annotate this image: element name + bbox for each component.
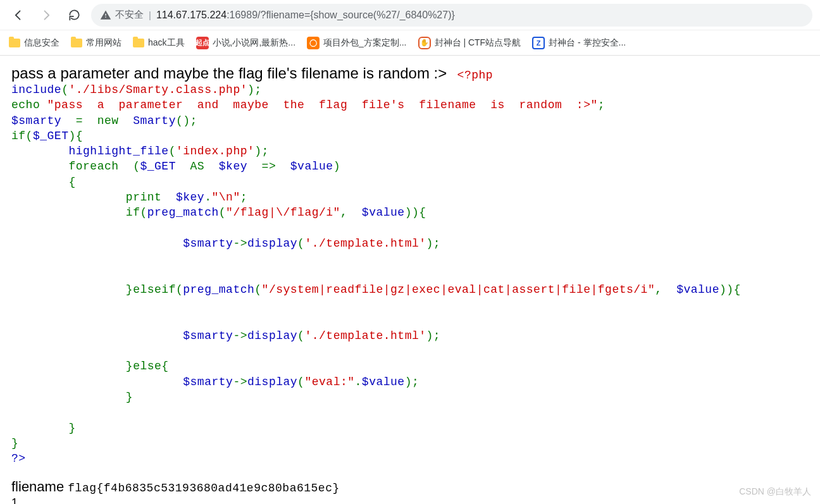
php-open-tag: <?php [450,69,493,82]
code-block: include('./libs/Smarty.class.php'); echo… [11,82,809,466]
page-headline: pass a parameter and maybe the flag file… [11,65,447,82]
bookmark-item[interactable]: hack工具 [133,37,185,49]
warning-icon [100,9,111,21]
folder-icon [9,39,20,47]
bookmark-item[interactable]: 起点小说,小说网,最新热... [196,37,295,49]
bookmarks-bar: 信息安全 常用网站 hack工具 起点小说,小说网,最新热... ◯项目外包_方… [0,30,820,56]
site-icon: Z [532,37,545,49]
insecure-badge: 不安全 [100,9,144,21]
trailing-one: 1 [11,496,809,504]
browser-toolbar: 不安全 | 114.67.175.224:16989/?fliename={sh… [0,0,820,30]
url-text: 114.67.175.224:16989/?fliename={show_sou… [156,9,455,21]
bookmark-item[interactable]: ◯项目外包_方案定制... [307,37,406,49]
bookmark-item[interactable]: 常用网站 [71,37,121,49]
flag-value: flag{f4b6835c53193680ad41e9c80ba615ec} [68,482,339,495]
fliename-label: fliename [11,479,64,495]
folder-icon [133,39,144,47]
forward-button[interactable] [35,4,57,26]
address-bar[interactable]: 不安全 | 114.67.175.224:16989/?fliename={sh… [91,4,812,27]
folder-icon [71,39,82,47]
site-icon: ✋ [418,37,431,49]
bookmark-item[interactable]: ✋封神台 | CTF站点导航 [418,37,521,49]
page-content: pass a parameter and maybe the flag file… [0,56,820,504]
watermark: CSDN @白牧羊人 [739,486,811,498]
site-icon: 起点 [196,37,209,49]
separator: | [149,9,151,20]
back-button[interactable] [8,4,29,26]
fliename-line: fliename flag{f4b6835c53193680ad41e9c80b… [11,479,809,495]
insecure-label: 不安全 [115,9,144,21]
bookmark-item[interactable]: Z封神台 - 掌控安全... [532,37,626,49]
bookmark-item[interactable]: 信息安全 [9,37,59,49]
site-icon: ◯ [307,37,320,49]
reload-button[interactable] [63,4,85,26]
